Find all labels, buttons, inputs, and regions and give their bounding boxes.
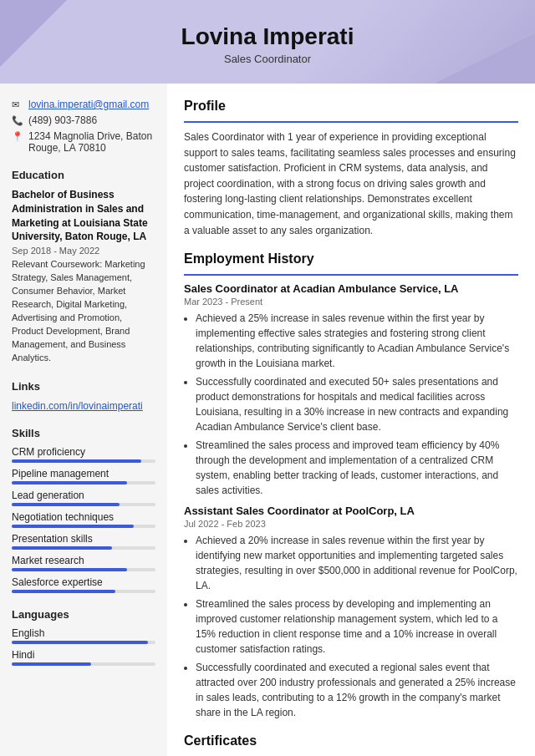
skill-label: Market research (12, 555, 155, 566)
address-text: 1234 Magnolia Drive, Baton Rouge, LA 708… (28, 130, 155, 154)
profile-divider (184, 121, 518, 123)
address-item: 📍 1234 Magnolia Drive, Baton Rouge, LA 7… (12, 130, 155, 154)
links-title: Links (12, 380, 155, 393)
languages-section: Languages English Hindi (12, 608, 155, 666)
edu-dates: Sep 2018 - May 2022 (12, 246, 155, 256)
languages-list: English Hindi (12, 627, 155, 666)
education-section: Education Bachelor of Business Administr… (12, 169, 155, 365)
skill-bar-fill (12, 459, 141, 463)
skill-item: Negotiation techniques (12, 511, 155, 528)
email-link[interactable]: lovina.imperati@gmail.com (28, 99, 149, 110)
edu-degree: Bachelor of Business Administration in S… (12, 188, 155, 244)
language-item: Hindi (12, 649, 155, 666)
skill-label: Pipeline management (12, 468, 155, 479)
certificates-title: Certificates (184, 733, 518, 751)
email-item: ✉ lovina.imperati@gmail.com (12, 99, 155, 110)
location-icon: 📍 (12, 131, 23, 142)
skill-item: Salesforce expertise (12, 576, 155, 593)
skill-bar-bg (12, 590, 155, 593)
skill-item: Pipeline management (12, 468, 155, 485)
skills-section: Skills CRM proficiency Pipeline manageme… (12, 427, 155, 593)
job-title: Assistant Sales Coordinator at PoolCorp,… (184, 505, 518, 517)
skills-list: CRM proficiency Pipeline management Lead… (12, 446, 155, 593)
skill-bar-bg (12, 568, 155, 571)
sidebar: ✉ lovina.imperati@gmail.com 📞 (489) 903-… (0, 84, 167, 756)
skill-bar-fill (12, 590, 115, 593)
contact-section: ✉ lovina.imperati@gmail.com 📞 (489) 903-… (12, 99, 155, 154)
language-bar-bg (12, 641, 155, 644)
profile-section: Profile Sales Coordinator with 1 year of… (184, 99, 518, 238)
email-icon: ✉ (12, 99, 23, 110)
phone-item: 📞 (489) 903-7886 (12, 114, 155, 126)
employment-section: Employment History Sales Coordinator at … (184, 251, 518, 720)
language-label: English (12, 627, 155, 639)
job-bullet: Achieved a 25% increase in sales revenue… (196, 311, 518, 371)
job-bullets-list: Achieved a 20% increase in sales revenue… (184, 533, 518, 720)
language-item: English (12, 627, 155, 644)
profile-text: Sales Coordinator with 1 year of experie… (184, 129, 518, 238)
job-bullet: Successfully coordinated and executed a … (196, 660, 518, 720)
links-section: Links linkedin.com/in/lovinaimperati (12, 380, 155, 412)
jobs-list: Sales Coordinator at Acadian Ambulance S… (184, 282, 518, 720)
skill-bar-fill (12, 546, 112, 550)
linkedin-link[interactable]: linkedin.com/in/lovinaimperati (12, 400, 143, 412)
edu-coursework: Relevant Coursework: Marketing Strategy,… (12, 258, 155, 365)
education-title: Education (12, 169, 155, 181)
languages-title: Languages (12, 608, 155, 621)
skill-item: Market research (12, 555, 155, 571)
certificates-section: Certificates Certified Professional Sale… (184, 733, 518, 756)
skill-label: Presentation skills (12, 533, 155, 545)
skill-item: Lead generation (12, 490, 155, 506)
resume-header: Lovina Imperati Sales Coordinator (0, 0, 535, 84)
job-dates: Mar 2023 - Present (184, 297, 518, 307)
skill-label: Lead generation (12, 490, 155, 501)
profile-title: Profile (184, 99, 518, 116)
skill-label: Salesforce expertise (12, 576, 155, 588)
job-title: Sales Coordinator at Acadian Ambulance S… (184, 282, 518, 295)
candidate-title: Sales Coordinator (17, 53, 518, 65)
skill-bar-fill (12, 481, 127, 485)
phone-text: (489) 903-7886 (28, 114, 97, 126)
skill-bar-bg (12, 546, 155, 550)
language-label: Hindi (12, 649, 155, 661)
body-layout: ✉ lovina.imperati@gmail.com 📞 (489) 903-… (0, 84, 535, 756)
skills-title: Skills (12, 427, 155, 439)
job-bullet: Successfully coordinated and executed 50… (196, 374, 518, 434)
job-bullet: Streamlined the sales process and improv… (196, 438, 518, 498)
job-item: Assistant Sales Coordinator at PoolCorp,… (184, 505, 518, 720)
job-bullet: Achieved a 20% increase in sales revenue… (196, 533, 518, 593)
skill-bar-fill (12, 568, 127, 571)
employment-divider (184, 274, 518, 276)
language-bar-fill (12, 641, 148, 644)
job-dates: Jul 2022 - Feb 2023 (184, 519, 518, 529)
job-bullets-list: Achieved a 25% increase in sales revenue… (184, 311, 518, 498)
skill-label: Negotiation techniques (12, 511, 155, 523)
phone-icon: 📞 (12, 115, 23, 126)
skill-bar-fill (12, 525, 134, 528)
candidate-name: Lovina Imperati (17, 23, 518, 50)
skill-item: CRM proficiency (12, 446, 155, 463)
main-content: Profile Sales Coordinator with 1 year of… (167, 84, 535, 756)
skill-label: CRM proficiency (12, 446, 155, 458)
language-bar-bg (12, 662, 155, 666)
job-item: Sales Coordinator at Acadian Ambulance S… (184, 282, 518, 498)
job-bullet: Streamlined the sales process by develop… (196, 596, 518, 657)
skill-bar-fill (12, 503, 120, 506)
skill-bar-bg (12, 503, 155, 506)
employment-title: Employment History (184, 251, 518, 269)
skill-bar-bg (12, 481, 155, 485)
language-bar-fill (12, 662, 91, 666)
skill-bar-bg (12, 459, 155, 463)
skill-bar-bg (12, 525, 155, 528)
skill-item: Presentation skills (12, 533, 155, 550)
